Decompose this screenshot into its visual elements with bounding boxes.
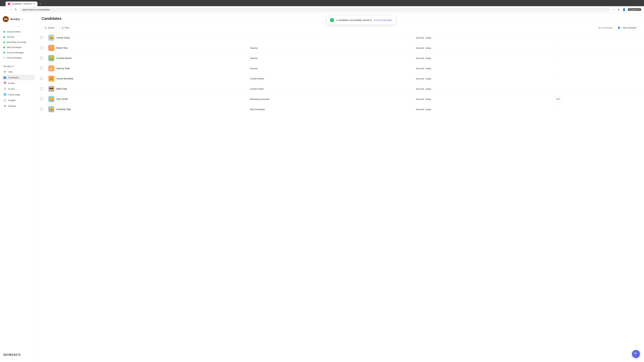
add-candidate-label: Add candidate <box>622 26 636 29</box>
forward-button[interactable]: → <box>8 7 13 12</box>
table-row[interactable]: 😎 Bella Dale Content Writer Sourced · to… <box>37 84 644 94</box>
table-row[interactable]: 😸 Kimberly Dale Web Developer Sourced · … <box>37 104 644 114</box>
moodjoy-section-header[interactable]: Moodjoy ▾ <box>2 64 35 69</box>
profile-button[interactable]: 👤 <box>622 7 626 12</box>
tab-title: Candidates · Homerun <box>12 3 32 5</box>
nav-item-events[interactable]: 📅 Events <box>2 80 35 86</box>
download-button[interactable]: ⬇ <box>617 7 620 12</box>
new-tab-button[interactable]: + <box>38 1 42 6</box>
filter-label: Filter <box>64 26 70 29</box>
candidate-status: Sourced · today <box>413 84 551 94</box>
row-checkbox[interactable] <box>40 67 43 69</box>
refresh-button[interactable]: ↻ <box>14 7 18 12</box>
scroll-up-indicator: ⌃ <box>0 25 37 29</box>
back-button[interactable]: ← <box>3 7 8 12</box>
results-count: 16 of 16 results <box>598 26 613 29</box>
active-tab[interactable]: H Candidates · Homerun ✕ <box>6 1 38 6</box>
candidate-action: - <box>551 43 644 53</box>
table-row[interactable]: 😊 Marie Tess Teacher Sourced · today - <box>37 43 644 53</box>
row-checkbox[interactable] <box>40 57 43 59</box>
candidate-job: Teacher <box>247 53 413 63</box>
sidebar-item-teacher[interactable]: Teacher <box>2 34 35 39</box>
sidebar-logo: HOMERUN <box>0 351 37 359</box>
table-row[interactable]: 🐱 Loonie Dong - Sourced · today - <box>37 33 644 43</box>
candidate-status: Sourced · today <box>413 53 551 63</box>
candidate-job: Web Developer <box>247 104 413 114</box>
job-label: Teacher <box>7 36 14 38</box>
table-row[interactable]: 😁 Sammy Dale Teacher Sourced · today - <box>37 63 644 73</box>
user-name: Moodjoy <box>10 18 20 20</box>
filter-button[interactable]: ⊟ Filter <box>59 25 72 30</box>
candidate-name: Marie Tess <box>56 46 68 49</box>
job-dot-green <box>3 52 5 53</box>
url-input[interactable] <box>20 7 610 12</box>
candidate-avatar: 😎 <box>48 86 54 92</box>
job-dot-dashed <box>3 57 5 59</box>
sidebar-item-account-manager[interactable]: Account Manager <box>2 50 35 55</box>
toast-success-icon: ✓ <box>330 18 334 22</box>
candidate-action: - <box>551 73 644 84</box>
job-label: Marketing Associate <box>7 41 26 43</box>
candidate-name: Kimberly Dale <box>56 108 71 111</box>
row-checkbox[interactable] <box>40 97 43 100</box>
candidate-job: - <box>247 33 413 43</box>
row-checkbox[interactable] <box>40 87 43 90</box>
candidate-name: Bella Dale <box>56 87 67 90</box>
row-checkbox[interactable] <box>40 77 43 80</box>
section-chevron-icon: ▾ <box>12 65 14 67</box>
job-dot-green <box>3 36 5 38</box>
user-header[interactable]: MM Moodjoy ▾ <box>0 13 37 25</box>
user-avatar: MM <box>3 16 9 22</box>
search-button[interactable]: 🔍 Search <box>42 25 57 30</box>
nav-label: Candidates <box>8 76 19 79</box>
nav-item-career-page[interactable]: 🌐 Career page <box>2 92 35 97</box>
nav-item-insights[interactable]: 📈 Insights <box>2 97 35 103</box>
job-list: Content Writer Teacher Marketing Associa… <box>0 29 37 60</box>
nav-item-candidates[interactable]: 👥 Candidates <box>2 75 35 80</box>
table-row[interactable]: 😋 Sam Smith Marketing Associate Sourced … <box>37 94 644 104</box>
incognito-badge[interactable]: Incognito (2) <box>628 8 641 11</box>
tab-favicon: H <box>8 3 10 5</box>
candidate-job: Teacher <box>247 43 413 53</box>
job-label: Content Writer <box>7 30 21 33</box>
candidate-name: Loonie Dong <box>56 36 70 39</box>
career-page-icon: 🌐 <box>3 93 6 96</box>
search-fab-button[interactable]: 🔍 <box>632 350 640 358</box>
sidebar: MM Moodjoy ▾ ⌃ Content Writer Teacher Ma… <box>0 13 37 362</box>
sidebar-item-visual-designer[interactable]: Visual Designer <box>2 55 35 60</box>
sidebar-item-marketing-associate[interactable]: Marketing Associate <box>2 39 35 45</box>
nav-label: To-dos <box>8 88 14 90</box>
toast-message: 1 candidate successfully moved to <box>336 19 372 21</box>
candidate-avatar: 😸 <box>48 106 54 112</box>
candidate-status: Sourced · today <box>413 94 551 104</box>
candidate-job: Marketing Associate <box>247 94 413 104</box>
bookmark-button[interactable]: ☆ <box>612 7 616 12</box>
nav-item-todos[interactable]: ☑ To-dos <box>2 86 35 92</box>
sidebar-item-content-writer[interactable]: Content Writer <box>2 29 35 34</box>
section-label: Moodjoy <box>3 65 12 67</box>
candidate-action: - <box>551 53 644 63</box>
nav-label: Insights <box>8 99 16 102</box>
tab-close-button[interactable]: ✕ <box>33 2 35 5</box>
add-to-job-button[interactable]: Add <box>554 97 562 101</box>
candidate-status: Sourced · today <box>413 43 551 53</box>
address-bar: ← → ↻ ☆ ⬇ 👤 Incognito (2) <box>0 6 644 13</box>
candidate-action: - <box>551 84 644 94</box>
row-checkbox[interactable] <box>40 46 43 49</box>
events-icon: 📅 <box>3 82 6 85</box>
nav-item-jobs[interactable]: ⊞ Jobs <box>2 69 35 75</box>
toast-link[interactable]: Account Manager <box>374 19 392 21</box>
add-candidate-button[interactable]: 👤+ Add candidate <box>615 25 639 30</box>
table-row[interactable]: 😄 Cheska Moore Teacher Sourced · today - <box>37 53 644 63</box>
nav-item-settings[interactable]: ⚙ Settings <box>2 103 35 109</box>
sidebar-item-web-developer[interactable]: Web Developer <box>2 45 35 50</box>
job-label: Visual Designer <box>7 56 22 59</box>
candidate-name: Sammy Dale <box>56 67 70 70</box>
table-row[interactable]: 🤩 Jessie Mendiola Content Writer Sourced… <box>37 73 644 84</box>
candidate-avatar: 😄 <box>48 55 54 61</box>
tab-list-button[interactable]: ‹ <box>1 2 4 6</box>
candidate-action[interactable]: Add <box>551 94 644 104</box>
candidate-name: Jessie Mendiola <box>56 77 73 80</box>
row-checkbox[interactable] <box>40 36 43 39</box>
row-checkbox[interactable] <box>40 108 43 110</box>
